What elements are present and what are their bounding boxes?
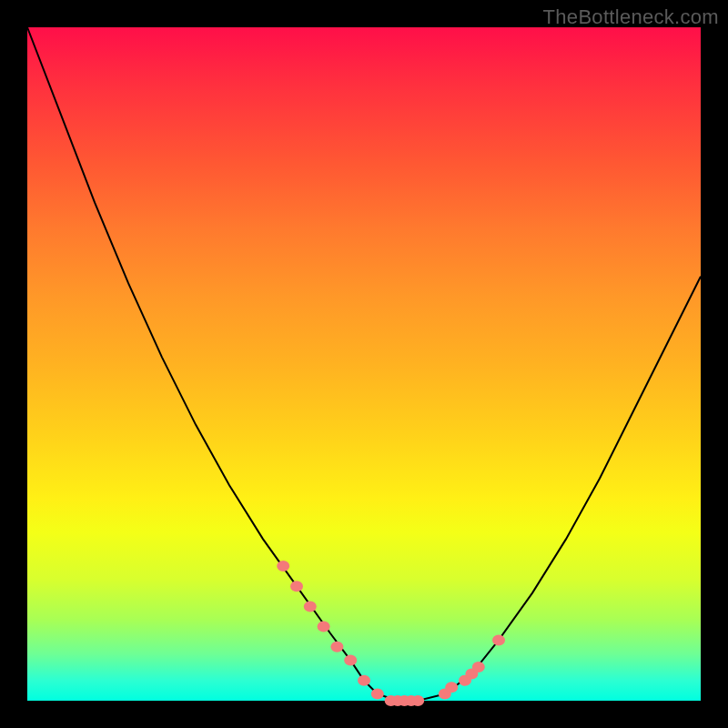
bottleneck-curve (27, 27, 701, 701)
curve-marker (411, 695, 424, 706)
curve-svg (27, 27, 701, 701)
curve-marker (290, 581, 303, 592)
curve-marker (472, 662, 485, 672)
markers-group (277, 561, 505, 706)
curve-marker (318, 622, 330, 632)
curve-marker (330, 642, 343, 652)
chart-frame: TheBottleneck.com (0, 0, 728, 728)
curve-marker (371, 689, 384, 700)
curve-marker (344, 655, 357, 666)
curve-marker (358, 675, 370, 686)
watermark-text: TheBottleneck.com (543, 5, 719, 29)
curve-marker (277, 561, 289, 571)
plot-area (27, 27, 701, 701)
curve-marker (445, 682, 458, 693)
curve-marker (492, 634, 505, 645)
curve-marker (304, 601, 317, 612)
